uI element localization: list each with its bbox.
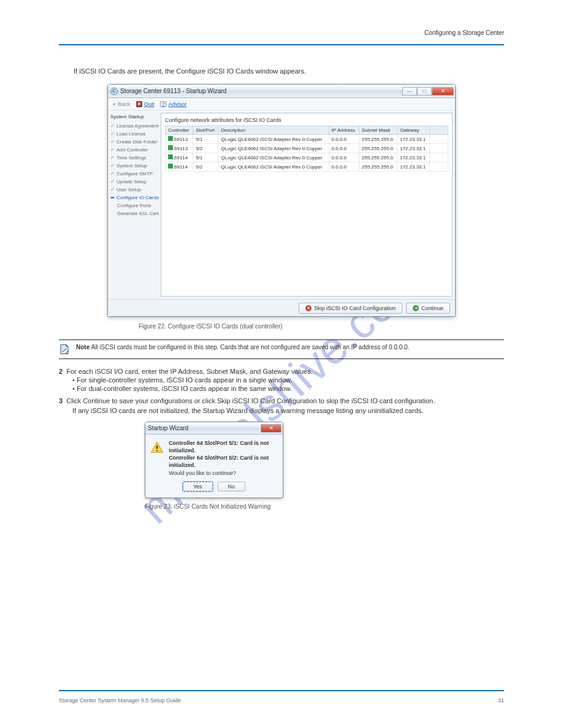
status-flag-icon xyxy=(168,145,173,150)
main-pane: Configure network attributes for iSCSI I… xyxy=(161,113,453,297)
step-3-parag: If any iSCSI IO cards are not initialize… xyxy=(72,407,504,414)
table-row[interactable]: 69113 5/2QLogic QLE4062 iSCSI Adapter Re… xyxy=(166,144,448,153)
col-gw[interactable]: Gateway xyxy=(397,126,429,135)
yes-button[interactable]: Yes xyxy=(183,482,213,491)
dialog-message: Controller 64 Slot/Port 5/1: Card is not… xyxy=(169,439,278,477)
sidebar-item[interactable]: License Agreement xyxy=(110,122,159,130)
note-text: Note All iSCSI cards must be configured … xyxy=(76,344,504,351)
sidebar-item[interactable]: Generate SSL Cert xyxy=(110,210,159,218)
no-button[interactable]: No xyxy=(218,482,246,491)
col-blank xyxy=(430,126,448,135)
dialog-title: Startup Wizard xyxy=(148,425,188,431)
sidebar-item[interactable]: System Setup xyxy=(110,162,159,170)
figure-caption-1: Figure 22. Configure iSCSI IO Cards (dua… xyxy=(139,323,504,330)
quit-link[interactable]: ✕Quit xyxy=(136,101,155,107)
skip-button[interactable]: ✕Skip iSCSI IO Card Configuration xyxy=(299,303,402,314)
wizard-sidebar: System Startup License Agreement Load Li… xyxy=(108,110,161,299)
sidebar-item[interactable]: Update Setup xyxy=(110,178,159,186)
step-3: 3 Click Continue to save your configurat… xyxy=(59,397,504,404)
svg-point-1 xyxy=(156,450,158,451)
step-2-bullet: • For dual-controller systems, iSCSI IO … xyxy=(72,385,504,392)
sidebar-item[interactable]: Create Disk Folder xyxy=(110,138,159,146)
wizard-window: C Storage Center 69113 - Startup Wizard … xyxy=(107,84,456,317)
col-slot[interactable]: Slot/Port xyxy=(193,126,218,135)
figure-caption-2: Figure 23. iSCSI Cards Not Initialized W… xyxy=(145,503,504,510)
sidebar-item[interactable]: Time Settings xyxy=(110,154,159,162)
page-header: Configuring a Storage Center xyxy=(424,29,504,36)
maximize-button[interactable]: □ xyxy=(417,87,432,96)
dialog-close-button[interactable]: ✕ xyxy=(261,424,282,433)
titlebar[interactable]: C Storage Center 69113 - Startup Wizard … xyxy=(108,85,455,98)
footer-page-number: 31 xyxy=(498,697,504,703)
status-flag-icon xyxy=(168,164,173,169)
button-bar: ✕Skip iSCSI IO Card Configuration ➔Conti… xyxy=(108,299,455,316)
sidebar-heading: System Startup xyxy=(110,114,159,119)
note-block: Note All iSCSI cards must be configured … xyxy=(59,339,504,359)
col-desc[interactable]: Description xyxy=(218,126,329,135)
footer-left: Storage Center System Manager 5.5 Setup … xyxy=(59,697,181,703)
table-row[interactable]: 69114 5/1QLogic QLE4062 iSCSI Adapter Re… xyxy=(166,153,448,162)
header-rule xyxy=(59,44,504,45)
io-cards-table[interactable]: Controller Slot/Port Description IP Addr… xyxy=(165,126,448,172)
sidebar-item[interactable]: Add Controller xyxy=(110,146,159,154)
toolbar: Back ✕Quit ?Advisor xyxy=(108,98,455,110)
app-icon: C xyxy=(110,88,118,95)
col-ip[interactable]: IP Address xyxy=(329,126,359,135)
dialog-titlebar[interactable]: Startup Wizard ✕ xyxy=(145,422,283,434)
advisor-icon: ? xyxy=(160,101,166,107)
warning-icon xyxy=(150,439,164,455)
continue-button[interactable]: ➔Continue xyxy=(406,303,450,314)
skip-icon: ✕ xyxy=(305,305,312,311)
note-icon xyxy=(59,344,70,355)
step-2: 2 For each iSCSI I/O card, enter the IP … xyxy=(59,368,504,375)
col-mask[interactable]: Subnet Mask xyxy=(359,126,397,135)
sidebar-item[interactable]: Load License xyxy=(110,130,159,138)
main-heading: Configure network attributes for iSCSI I… xyxy=(165,117,448,123)
col-controller[interactable]: Controller xyxy=(166,126,193,135)
step-2-bullet: • For single-controller systems, iSCSI I… xyxy=(72,376,504,384)
advisor-link[interactable]: ?Advisor xyxy=(160,101,186,107)
table-row[interactable]: 69113 5/1QLogic QLE4062 iSCSI Adapter Re… xyxy=(166,135,448,144)
table-row[interactable]: 69114 5/2QLogic QLE4062 iSCSI Adapter Re… xyxy=(166,162,448,172)
minimize-button[interactable]: — xyxy=(402,87,417,96)
close-button[interactable]: ✕ xyxy=(432,87,454,96)
continue-icon: ➔ xyxy=(413,305,419,311)
quit-icon: ✕ xyxy=(136,101,142,107)
warning-dialog: Startup Wizard ✕ Controller 64 Slot/Port… xyxy=(145,422,283,498)
back-link[interactable]: Back xyxy=(112,101,130,107)
sidebar-item-current[interactable]: Configure IO Cards xyxy=(110,194,159,202)
sidebar-item[interactable]: Configure Ports xyxy=(110,202,159,210)
footer-rule xyxy=(59,690,504,691)
svg-rect-0 xyxy=(156,446,158,449)
status-flag-icon xyxy=(168,136,173,141)
status-flag-icon xyxy=(168,154,173,159)
sidebar-item[interactable]: User Setup xyxy=(110,186,159,194)
window-title: Storage Center 69113 - Startup Wizard xyxy=(120,88,226,94)
intro-text: If iSCSI IO Cards are present, the Confi… xyxy=(74,67,504,75)
sidebar-item[interactable]: Configure SMTP xyxy=(110,170,159,178)
